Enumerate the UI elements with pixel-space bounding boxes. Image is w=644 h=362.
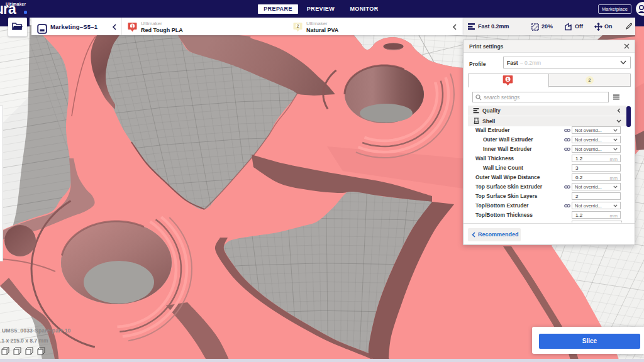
svg-text:2: 2: [297, 24, 299, 28]
svg-text:1: 1: [506, 77, 509, 82]
svg-text:1: 1: [131, 24, 134, 28]
